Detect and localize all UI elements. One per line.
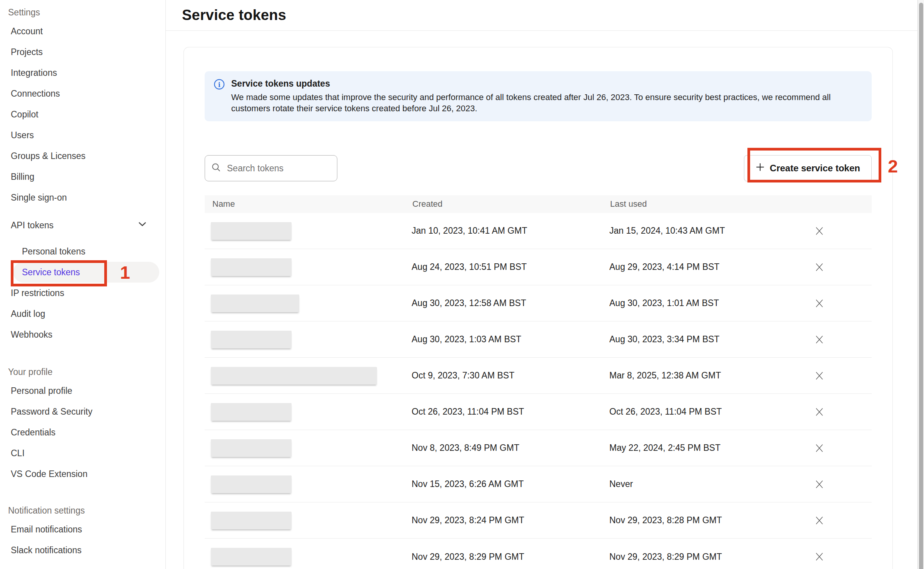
chevron-down-icon [137,219,148,232]
sidebar-item-email-notifications[interactable]: Email notifications [0,519,165,540]
settings-sidebar: Settings Account Projects Integrations C… [0,0,166,569]
token-toolbar: Create service token [205,155,872,181]
delete-token-button[interactable] [811,223,827,239]
table-row: Nov 8, 2023, 8:49 PM GMT May 22, 2024, 2… [205,430,872,466]
table-row: Nov 29, 2023, 8:29 PM GMT Nov 29, 2023, … [205,539,872,569]
table-row: Oct 9, 2023, 7:30 AM BST Mar 8, 2025, 12… [205,358,872,394]
sidebar-item-password-security[interactable]: Password & Security [0,401,165,422]
sidebar-item-service-tokens[interactable]: Service tokens [0,262,165,283]
sidebar-item-ip-restrictions[interactable]: IP restrictions [0,283,165,303]
redacted-token-name [211,439,292,457]
page-scrollbar [917,0,924,569]
sidebar-item-cli[interactable]: CLI [0,443,165,464]
banner-title: Service tokens updates [231,79,862,89]
token-last-used: May 22, 2024, 2:45 PM BST [609,443,767,453]
sidebar-item-copilot[interactable]: Copilot [0,104,165,125]
token-table: Name Created Last used Jan 10, 2023, 10:… [205,195,872,569]
main-content: Service tokens i Service tokens updates … [166,0,917,569]
token-last-used: Oct 26, 2023, 11:04 PM BST [609,407,767,417]
redacted-token-name [211,548,292,566]
column-header-name: Name [205,199,412,209]
table-row: Oct 26, 2023, 11:04 PM BST Oct 26, 2023,… [205,394,872,430]
create-service-token-button[interactable]: Create service token [744,155,872,181]
redacted-token-name [211,222,292,240]
table-row: Nov 15, 2023, 6:26 AM GMT Never [205,466,872,502]
banner-body: We made some updates that improve the se… [231,92,862,114]
plus-icon [756,162,765,174]
sidebar-item-api-tokens[interactable]: API tokens [0,215,165,236]
token-created: Jan 10, 2023, 10:41 AM GMT [412,226,609,236]
redacted-token-name [211,512,292,529]
redacted-token-name [211,258,292,276]
token-last-used: Nov 29, 2023, 8:28 PM GMT [609,515,767,525]
token-created: Aug 24, 2023, 10:51 PM BST [412,262,609,272]
token-created: Oct 9, 2023, 7:30 AM BST [412,370,609,381]
search-box [205,155,337,181]
section-label-settings: Settings [0,4,165,21]
sidebar-item-users[interactable]: Users [0,125,165,146]
svg-text:i: i [218,81,220,89]
section-label-notification-settings: Notification settings [0,502,165,519]
delete-token-button[interactable] [811,440,827,456]
page-header: Service tokens [166,0,917,31]
delete-token-button[interactable] [811,368,827,384]
table-row: Aug 30, 2023, 12:58 AM BST Aug 30, 2023,… [205,285,872,321]
sidebar-item-account[interactable]: Account [0,21,165,42]
sidebar-item-personal-profile[interactable]: Personal profile [0,380,165,401]
redacted-token-name [211,331,292,348]
sidebar-item-projects[interactable]: Projects [0,42,165,62]
redacted-token-name [211,403,292,421]
section-label-your-profile: Your profile [0,363,165,380]
sidebar-item-credentials[interactable]: Credentials [0,422,165,443]
token-table-header: Name Created Last used [205,195,872,213]
delete-token-button[interactable] [811,476,827,492]
token-created: Nov 15, 2023, 6:26 AM GMT [412,479,609,489]
column-header-created: Created [412,199,609,209]
token-created: Oct 26, 2023, 11:04 PM BST [412,407,609,417]
sidebar-item-billing[interactable]: Billing [0,166,165,187]
delete-token-button[interactable] [811,295,827,311]
token-created: Nov 29, 2023, 8:24 PM GMT [412,515,609,525]
info-icon: i [214,79,225,114]
token-created: Aug 30, 2023, 12:58 AM BST [412,298,609,308]
token-last-used: Jan 15, 2024, 10:43 AM GMT [609,226,767,236]
sidebar-item-personal-tokens[interactable]: Personal tokens [0,241,165,262]
sidebar-item-groups-licenses[interactable]: Groups & Licenses [0,146,165,166]
sidebar-item-connections[interactable]: Connections [0,83,165,104]
sidebar-item-integrations[interactable]: Integrations [0,62,165,83]
redacted-token-name [211,475,292,493]
token-last-used: Aug 30, 2023, 3:34 PM BST [609,334,767,345]
scrollbar-thumb[interactable] [919,3,923,569]
delete-token-button[interactable] [811,259,827,275]
token-last-used: Nov 29, 2023, 8:29 PM GMT [609,552,767,562]
search-icon [211,162,221,174]
column-header-last-used: Last used [609,199,767,209]
token-created: Aug 30, 2023, 1:03 AM BST [412,334,609,345]
sidebar-item-audit-log[interactable]: Audit log [0,303,165,324]
search-input[interactable] [226,163,331,174]
delete-token-button[interactable] [811,331,827,348]
redacted-token-name [211,367,377,385]
delete-token-button[interactable] [811,512,827,529]
token-last-used: Mar 8, 2025, 12:38 AM GMT [609,370,767,381]
table-row: Nov 29, 2023, 8:24 PM GMT Nov 29, 2023, … [205,502,872,539]
table-row: Aug 24, 2023, 10:51 PM BST Aug 29, 2023,… [205,249,872,285]
sidebar-item-single-sign-on[interactable]: Single sign-on [0,187,165,208]
delete-token-button[interactable] [811,404,827,420]
token-table-body: Jan 10, 2023, 10:41 AM GMT Jan 15, 2024,… [205,213,872,569]
token-last-used: Aug 29, 2023, 4:14 PM BST [609,262,767,272]
token-last-used: Aug 30, 2023, 1:01 AM BST [609,298,767,308]
token-created: Nov 8, 2023, 8:49 PM GMT [412,443,609,453]
table-row: Jan 10, 2023, 10:41 AM GMT Jan 15, 2024,… [205,213,872,249]
delete-token-button[interactable] [811,549,827,565]
table-row: Aug 30, 2023, 1:03 AM BST Aug 30, 2023, … [205,321,872,358]
page-title: Service tokens [182,7,286,23]
info-banner: i Service tokens updates We made some up… [205,71,872,121]
sidebar-item-vs-code-extension[interactable]: VS Code Extension [0,464,165,484]
redacted-token-name [211,295,299,312]
token-last-used: Never [609,479,767,489]
sidebar-item-slack-notifications[interactable]: Slack notifications [0,540,165,561]
sidebar-item-webhooks[interactable]: Webhooks [0,324,165,345]
service-tokens-card: i Service tokens updates We made some up… [183,47,893,569]
token-created: Nov 29, 2023, 8:29 PM GMT [412,552,609,562]
